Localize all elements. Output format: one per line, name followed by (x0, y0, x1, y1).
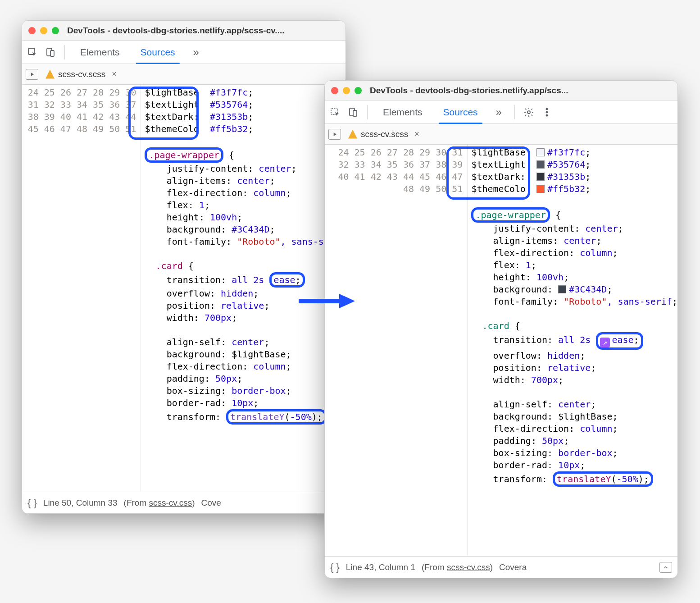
tab-sources[interactable]: Sources (132, 41, 183, 64)
inspect-icon[interactable] (26, 46, 39, 59)
warning-icon (348, 130, 357, 139)
format-icon[interactable]: { } (27, 497, 37, 509)
traffic-lights (331, 87, 362, 94)
navigator-toggle-icon[interactable] (328, 129, 341, 140)
svg-point-9 (546, 114, 547, 116)
panel-tabs: Elements Sources » (22, 41, 345, 64)
from-source: (From scss-cv.css) (422, 562, 493, 572)
coverage-clip: Cove (201, 498, 221, 508)
inspect-icon[interactable] (328, 105, 342, 119)
coverage-clip: Covera (499, 562, 527, 572)
drawer-toggle-icon[interactable] (659, 562, 672, 573)
file-tab[interactable]: scss-cv.scss × (42, 69, 123, 79)
zoom-icon[interactable] (52, 27, 59, 34)
more-tabs-icon[interactable]: » (188, 46, 205, 59)
code-editor[interactable]: 24 25 26 27 28 29 30 31 32 33 34 35 36 3… (22, 85, 345, 491)
code-lines[interactable]: $lightBase #f3f7fc; $textLight #535764; … (141, 85, 345, 491)
file-name: scss-cv.scss (58, 69, 105, 79)
devtools-window-right: DevTools - devtools-dbg-stories.netlify.… (324, 80, 678, 578)
statusbar: { } Line 43, Column 1 (From scss-cv.css)… (325, 556, 677, 578)
svg-rect-5 (353, 110, 357, 116)
device-toolbar-icon[interactable] (44, 46, 57, 59)
line-gutter: 24 25 26 27 28 29 30 31 32 33 34 35 36 3… (325, 145, 468, 556)
code-lines[interactable]: $lightBase #f3f7fc; $textLight #535764; … (468, 145, 677, 556)
titlebar: DevTools - devtools-dbg-stories.netlify.… (22, 21, 345, 41)
source-link[interactable]: scss-cv.css (149, 498, 192, 507)
svg-point-7 (546, 108, 547, 110)
more-tabs-icon[interactable]: » (491, 106, 507, 119)
cursor-position: Line 43, Column 1 (346, 562, 415, 572)
minimize-icon[interactable] (343, 87, 350, 94)
separator (514, 105, 515, 119)
svg-marker-11 (339, 294, 355, 308)
zoom-icon[interactable] (355, 87, 362, 94)
from-source: (From scss-cv.css) (124, 498, 195, 508)
separator (64, 45, 65, 59)
close-icon[interactable] (28, 27, 36, 34)
source-link[interactable]: scss-cv.css (447, 562, 490, 572)
traffic-lights (28, 27, 59, 34)
device-toolbar-icon[interactable] (346, 105, 360, 119)
titlebar: DevTools - devtools-dbg-stories.netlify.… (325, 81, 677, 100)
file-name: scss-cv.scss (361, 129, 408, 139)
code-editor[interactable]: 24 25 26 27 28 29 30 31 32 33 34 35 36 3… (325, 145, 677, 556)
tab-elements[interactable]: Elements (72, 41, 128, 64)
kebab-menu-icon[interactable] (540, 105, 554, 119)
svg-point-8 (546, 111, 547, 113)
window-title: DevTools - devtools-dbg-stories.netlify.… (370, 86, 568, 96)
devtools-window-left: DevTools - devtools-dbg-stories.netlify.… (22, 20, 346, 514)
window-title: DevTools - devtools-dbg-stories.netlify.… (67, 26, 285, 36)
arrow-annotation (296, 292, 355, 310)
separator (367, 105, 368, 119)
file-tabbar: scss-cv.scss × (325, 124, 677, 145)
svg-point-6 (527, 111, 530, 114)
svg-rect-2 (50, 50, 54, 56)
file-tab[interactable]: scss-cv.scss × (345, 129, 426, 139)
close-icon[interactable] (331, 87, 338, 94)
tab-elements[interactable]: Elements (375, 100, 431, 124)
close-tab-icon[interactable]: × (412, 129, 422, 139)
file-tabbar: scss-cv.scss × (22, 64, 345, 85)
cursor-position: Line 50, Column 33 (43, 498, 118, 508)
navigator-toggle-icon[interactable] (26, 69, 38, 80)
line-gutter: 24 25 26 27 28 29 30 31 32 33 34 35 36 3… (22, 85, 141, 491)
tab-sources[interactable]: Sources (435, 100, 486, 124)
minimize-icon[interactable] (40, 27, 47, 34)
format-icon[interactable]: { } (330, 562, 340, 573)
statusbar: { } Line 50, Column 33 (From scss-cv.css… (22, 492, 345, 513)
close-tab-icon[interactable]: × (109, 69, 119, 79)
panel-tabs: Elements Sources » (325, 100, 677, 124)
warning-icon (45, 70, 55, 79)
settings-icon[interactable] (522, 105, 536, 119)
